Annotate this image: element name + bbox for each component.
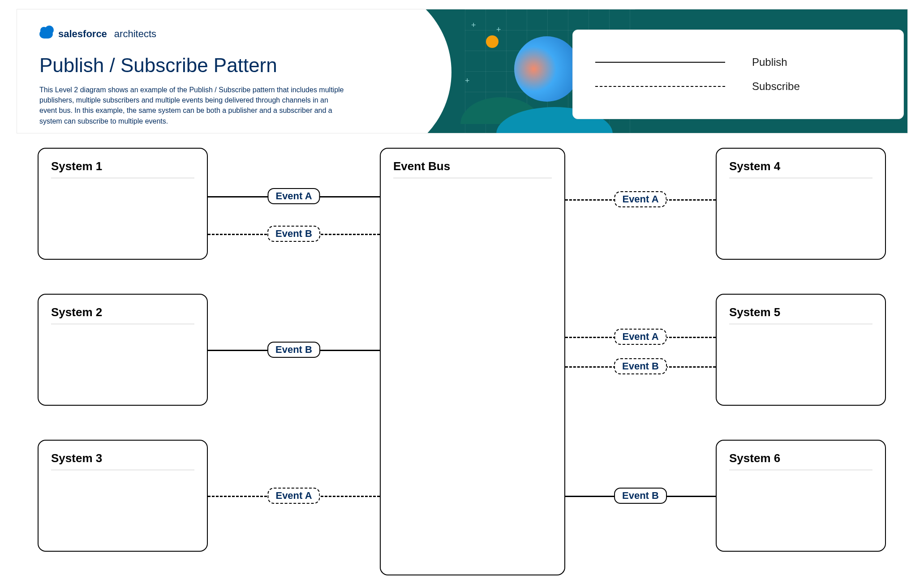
star-icon: + xyxy=(465,77,470,85)
legend-subscribe-row: Subscribe xyxy=(595,80,881,93)
node-system-4: System 4 xyxy=(716,148,886,260)
brand-name: salesforce xyxy=(58,28,107,40)
node-title: System 2 xyxy=(51,305,194,324)
legend-subscribe-line xyxy=(595,86,725,87)
salesforce-cloud-icon xyxy=(39,30,53,39)
brand: salesforce architects xyxy=(39,28,156,40)
legend-publish-label: Publish xyxy=(752,56,787,69)
node-event-bus: Event Bus xyxy=(380,148,565,575)
page: + + + salesforce architects Publish / Su… xyxy=(0,0,924,579)
node-system-3: System 3 xyxy=(38,440,208,552)
brand-sub: architects xyxy=(114,28,156,40)
node-title: System 3 xyxy=(51,451,194,470)
star-icon: + xyxy=(471,21,476,29)
event-chip: Event B xyxy=(267,342,320,358)
legend-publish-line xyxy=(595,62,725,63)
event-chip: Event B xyxy=(267,226,320,242)
node-title: System 1 xyxy=(51,159,194,178)
page-title: Publish / Subscribe Pattern xyxy=(39,54,277,77)
event-chip: Event A xyxy=(614,329,666,345)
star-icon: + xyxy=(496,26,501,34)
node-title: System 4 xyxy=(729,159,872,178)
node-title: System 6 xyxy=(729,451,872,470)
header: + + + salesforce architects Publish / Su… xyxy=(17,9,908,133)
page-description: This Level 2 diagram shows an example of… xyxy=(39,85,344,126)
legend: Publish Subscribe xyxy=(572,30,904,119)
event-chip: Event A xyxy=(267,188,320,204)
node-title: Event Bus xyxy=(393,159,552,178)
sun-icon xyxy=(486,35,499,48)
legend-subscribe-label: Subscribe xyxy=(752,80,800,93)
node-system-5: System 5 xyxy=(716,294,886,406)
node-system-1: System 1 xyxy=(38,148,208,260)
event-chip: Event A xyxy=(614,191,666,207)
node-system-6: System 6 xyxy=(716,440,886,552)
planet-icon xyxy=(514,36,580,102)
legend-publish-row: Publish xyxy=(595,56,881,69)
event-chip: Event B xyxy=(614,358,667,374)
event-chip: Event B xyxy=(614,488,667,504)
node-title: System 5 xyxy=(729,305,872,324)
node-system-2: System 2 xyxy=(38,294,208,406)
event-chip: Event A xyxy=(267,488,320,504)
